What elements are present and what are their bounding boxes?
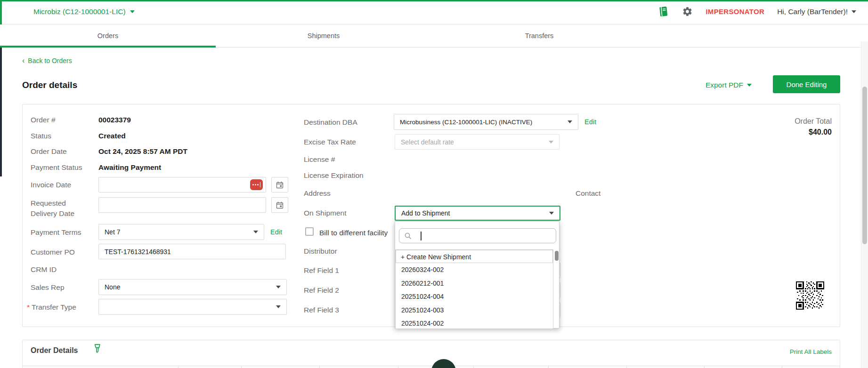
app-window: Microbiz (C12-1000001-LIC) IMPERSONATOR …: [0, 0, 868, 368]
create-new-shipment-option[interactable]: + Create New Shipment: [396, 250, 553, 263]
invoice-date-input[interactable]: [98, 177, 266, 192]
shipment-option[interactable]: 20251024-002: [396, 317, 553, 329]
barcode-scanner-icon: [92, 344, 103, 355]
payment-terms-label: Payment Terms: [31, 228, 81, 237]
main-tabbar: Orders Shipments Transfers: [0, 24, 868, 48]
chevron-down-icon: [276, 305, 281, 308]
crm-id-label: CRM ID: [31, 265, 57, 274]
tab-shipments[interactable]: Shipments: [216, 24, 431, 47]
requested-delivery-label: Requested Delivery Date: [31, 198, 83, 219]
on-shipment-select[interactable]: Add to Shipment: [395, 206, 560, 221]
excise-tax-label: Excise Tax Rate: [304, 138, 356, 146]
ref-field-1-label: Ref Field 1: [304, 266, 339, 275]
required-asterisk: *: [27, 303, 30, 311]
facility-name: Microbiz (C12-1000001-LIC): [33, 8, 126, 16]
requested-delivery-calendar-button[interactable]: [271, 197, 288, 213]
order-total-value: $40.00: [795, 128, 832, 136]
order-line-items-card: [22, 340, 840, 368]
order-date-label: Order Date: [31, 147, 67, 156]
header-left-accent: [0, 0, 2, 24]
tab-transfers[interactable]: Transfers: [431, 24, 647, 47]
shipment-dropdown-panel: + Create New Shipment 20260324-002 20260…: [395, 221, 560, 328]
transfer-type-select[interactable]: [98, 299, 287, 315]
status-label: Status: [31, 132, 51, 140]
requested-delivery-input[interactable]: [98, 197, 266, 213]
destination-dba-label: Destination DBA: [304, 118, 357, 127]
chevron-down-icon: [549, 212, 554, 215]
shipment-search-input[interactable]: [399, 228, 556, 243]
export-pdf-button[interactable]: Export PDF: [706, 81, 752, 89]
back-chevron-icon: ‹: [22, 57, 24, 64]
chevron-down-icon: [747, 84, 752, 87]
excise-tax-select[interactable]: Select default rate: [395, 134, 560, 150]
customer-po-label: Customer PO: [31, 248, 75, 256]
ref-field-2-label: Ref Field 2: [304, 286, 339, 295]
customer-po-input[interactable]: [98, 244, 286, 259]
dropdown-scrollbar-thumb[interactable]: [555, 251, 559, 261]
calendar-icon: [276, 201, 284, 209]
calendar-icon: [276, 181, 284, 189]
ref-field-3-label: Ref Field 3: [304, 306, 339, 314]
shipment-option[interactable]: 20251024-004: [396, 290, 553, 303]
page-scrollbar-track[interactable]: [861, 41, 868, 368]
chevron-down-icon: [130, 10, 135, 13]
order-details-section-title: Order Details: [31, 346, 78, 355]
payment-terms-select[interactable]: Net 7: [98, 224, 264, 240]
page-title: Order details: [22, 80, 77, 90]
shipment-option[interactable]: 20260324-002: [396, 263, 553, 276]
license-number-label: License #: [304, 155, 335, 164]
active-tab-indicator: [0, 46, 216, 48]
order-total-block: Order Total $40.00: [795, 117, 832, 136]
order-number-label: Order #: [31, 116, 56, 124]
status-value: Created: [98, 132, 126, 140]
chevron-down-icon: [852, 10, 856, 13]
distributor-label: Distributor: [304, 247, 337, 256]
tab-orders[interactable]: Orders: [0, 24, 216, 47]
license-expiration-label: License Expiration: [304, 171, 364, 180]
payment-terms-edit-link[interactable]: Edit: [270, 228, 282, 236]
invoice-date-label: Invoice Date: [31, 181, 71, 189]
payment-status-value: Awaiting Payment: [98, 163, 161, 172]
chevron-down-icon: [568, 120, 572, 123]
shipment-option[interactable]: 20260212-001: [396, 277, 553, 290]
destination-dba-edit-link[interactable]: Edit: [584, 118, 596, 126]
invoice-date-calendar-button[interactable]: [271, 177, 288, 192]
destination-dba-select[interactable]: Microbusiness (C12-1000001-LIC) (INACTIV…: [394, 114, 578, 130]
transfer-type-label: * Transfer Type: [27, 303, 76, 312]
ledger-book-icon[interactable]: [657, 6, 669, 17]
facility-selector[interactable]: Microbiz (C12-1000001-LIC): [33, 0, 135, 23]
address-label: Address: [304, 189, 331, 198]
on-shipment-label: On Shipment: [304, 209, 346, 217]
user-greeting: Hi, Carly (BarTender)!: [777, 8, 848, 16]
order-date-value: Oct 24, 2025 8:57 AM PDT: [98, 147, 187, 156]
order-number-value: 00023379: [98, 116, 131, 124]
text-cursor: [421, 232, 422, 240]
chevron-down-icon: [276, 286, 281, 288]
print-all-labels-link[interactable]: Print All Labels: [790, 348, 832, 355]
contact-label: Contact: [576, 189, 600, 198]
search-icon: [404, 232, 412, 240]
sales-rep-label: Sales Rep: [31, 283, 65, 292]
bill-to-different-facility-label: Bill to different facility: [319, 229, 388, 237]
user-menu[interactable]: Hi, Carly (BarTender)!: [777, 8, 856, 16]
sales-rep-select[interactable]: None: [98, 279, 287, 295]
settings-gear-icon[interactable]: [682, 6, 693, 17]
left-edge-strip: [0, 48, 2, 176]
qr-code: [796, 281, 824, 310]
payment-status-label: Payment Status: [31, 163, 82, 172]
shipment-option[interactable]: 20251024-003: [396, 304, 553, 317]
items-table-header-strip: [23, 366, 840, 368]
header-actions: IMPERSONATOR Hi, Carly (BarTender)!: [657, 0, 856, 23]
autofill-extension-icon[interactable]: [250, 179, 263, 190]
impersonator-badge: IMPERSONATOR: [706, 8, 764, 16]
back-to-orders-link[interactable]: ‹ Back to Orders: [22, 57, 72, 64]
bill-to-different-facility-checkbox[interactable]: [305, 227, 314, 236]
chevron-down-icon: [549, 141, 553, 144]
order-total-label: Order Total: [795, 117, 832, 126]
done-editing-button[interactable]: Done Editing: [773, 75, 840, 93]
shipment-options-list: + Create New Shipment 20260324-002 20260…: [395, 249, 553, 329]
page-scrollbar-thumb[interactable]: [862, 87, 867, 244]
chevron-down-icon: [253, 231, 258, 233]
